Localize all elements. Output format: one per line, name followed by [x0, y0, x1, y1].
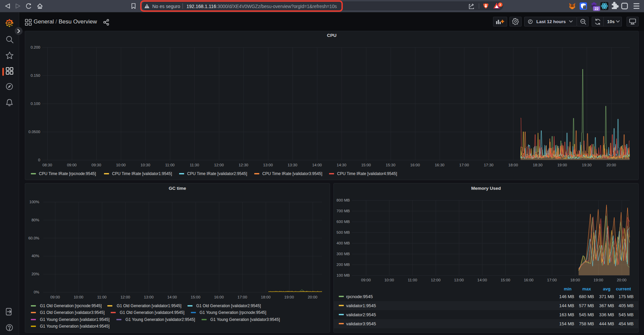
svg-text:11:00: 11:00 [408, 278, 417, 282]
svg-text:13:00: 13:00 [454, 278, 464, 282]
svg-text:15:00: 15:00 [500, 278, 510, 282]
svg-text:17:00: 17:00 [547, 278, 557, 282]
svg-text:10:00: 10:00 [384, 278, 394, 282]
svg-text:19:00: 19:00 [594, 278, 603, 282]
svg-text:09:00: 09:00 [361, 278, 371, 282]
svg-text:20:00: 20:00 [617, 278, 627, 282]
svg-text:12:00: 12:00 [431, 278, 441, 282]
svg-text:100 MB: 100 MB [336, 273, 350, 277]
svg-text:700 MB: 700 MB [336, 209, 350, 213]
svg-text:600 MB: 600 MB [336, 220, 350, 224]
svg-text:300 MB: 300 MB [336, 252, 350, 256]
svg-text:16:00: 16:00 [524, 278, 534, 282]
svg-text:18:00: 18:00 [570, 278, 580, 282]
svg-text:500 MB: 500 MB [336, 230, 350, 234]
svg-text:14:00: 14:00 [477, 278, 487, 282]
svg-text:800 MB: 800 MB [336, 198, 350, 202]
svg-text:400 MB: 400 MB [336, 241, 350, 245]
svg-text:200 MB: 200 MB [336, 263, 350, 267]
